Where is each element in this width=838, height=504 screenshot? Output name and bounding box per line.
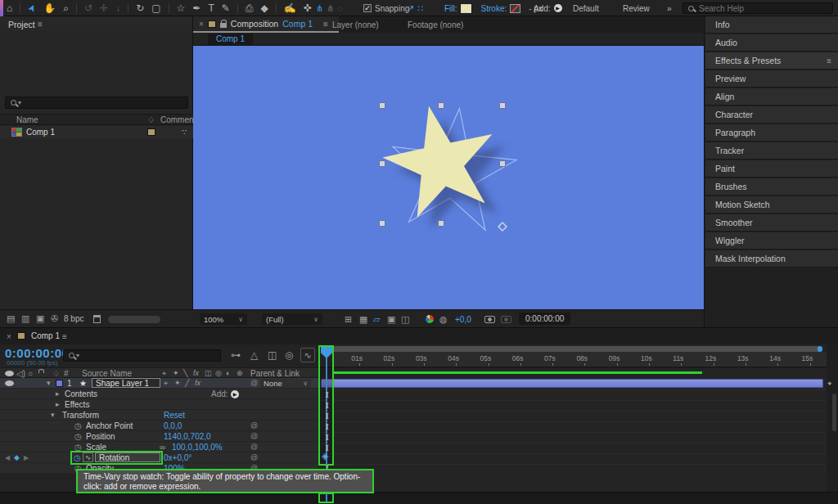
contents-group-row[interactable]: ▸ Contents Add: ▶ <box>0 389 318 399</box>
label-column-icon[interactable]: ♢ <box>147 115 155 124</box>
layer-duration-bar[interactable] <box>321 379 823 388</box>
panel-effects-presets[interactable]: Effects & Presets≡ <box>705 52 838 70</box>
resolution-dropdown[interactable]: (Full) ∨ <box>262 313 322 325</box>
layer-row[interactable]: ▾ 1 ★ Shape Layer 1 ⌖ ✦ ╱ fx @ None ∨ <box>0 378 318 389</box>
anchor-point-stopwatch-icon[interactable]: ◷ <box>74 421 82 430</box>
layer-collapse-switch[interactable]: ✦ <box>174 379 181 387</box>
quality-switch-icon[interactable]: ⌖ <box>162 369 166 378</box>
layer-fx-switch[interactable]: fx <box>195 379 200 387</box>
channels-icon[interactable] <box>426 315 434 323</box>
project-panel-menu-icon[interactable]: ≡ <box>38 20 43 29</box>
home-icon[interactable]: ⌂ <box>7 0 12 16</box>
subtab-comp1[interactable]: Comp 1 <box>208 34 253 45</box>
show-snapshot-icon[interactable] <box>501 316 511 323</box>
keyframe-toggle-icon[interactable]: ◆ <box>14 453 20 461</box>
position-value[interactable]: 1140,0,702,0 <box>164 432 211 441</box>
label-column-icon[interactable]: ♢ <box>52 369 60 378</box>
panel-paragraph[interactable]: Paragraph <box>705 124 838 142</box>
motion-blur-icon[interactable]: ◎ <box>285 349 293 361</box>
selection-tool-icon[interactable]: ➤ <box>23 1 41 16</box>
search-help-box[interactable] <box>683 2 833 14</box>
snapshot-camera-icon[interactable] <box>484 316 495 323</box>
tab-footage[interactable]: Footage (none) <box>408 20 463 29</box>
panel-mask-interpolation[interactable]: Mask Interpolation <box>705 250 838 268</box>
column-comment[interactable]: Comment <box>160 115 196 124</box>
audio-column-icon[interactable]: ◁) <box>16 369 25 378</box>
panel-audio[interactable]: Audio <box>705 34 838 52</box>
lock-icon[interactable] <box>220 23 227 28</box>
tab-layer[interactable]: Layer (none) <box>332 20 379 29</box>
timeline-tab-label[interactable]: Comp 1 <box>31 331 60 340</box>
project-columns-header[interactable]: Name ♢ Comment <box>0 114 193 125</box>
timeline-vertical-scrollbar[interactable] <box>832 394 836 431</box>
region-of-interest-icon[interactable]: ▱ <box>373 314 380 325</box>
pen-tool-icon[interactable]: ✒ <box>192 0 200 16</box>
search-help-input[interactable] <box>699 4 827 13</box>
collapse-switch-icon[interactable]: ✦ <box>173 369 179 377</box>
new-composition-icon[interactable]: ▣ <box>36 313 44 324</box>
effects-group-row[interactable]: ▸ Effects <box>0 399 318 410</box>
delete-icon[interactable] <box>93 315 101 323</box>
panel-motion-sketch[interactable]: Motion Sketch <box>705 196 838 214</box>
footer-slider[interactable] <box>108 316 160 323</box>
panel-character[interactable]: Character <box>705 106 838 124</box>
snap-point-icon[interactable]: ↗ <box>407 3 414 14</box>
new-folder-icon[interactable]: ▥ <box>21 313 29 324</box>
position-stopwatch-icon[interactable]: ◷ <box>74 432 82 441</box>
frame-blending-icon[interactable]: ◫ <box>268 349 277 361</box>
scale-value[interactable]: 100,0,100,0% <box>172 443 223 452</box>
exposure-value[interactable]: +0,0 <box>455 315 471 324</box>
magnification-dropdown[interactable]: 100% ∨ <box>200 313 247 325</box>
project-item-comp1[interactable]: Comp 1 ∵ <box>0 126 193 138</box>
threed-switch-icon[interactable]: ⊛ <box>237 369 243 377</box>
transform-group-row[interactable]: ▾ Transform Reset <box>0 410 318 421</box>
hand-tool-icon[interactable]: ✋ <box>43 0 56 16</box>
composition-canvas[interactable] <box>193 46 704 309</box>
layer-quality-slash[interactable]: ╱ <box>185 379 189 387</box>
frame-blend-switch-icon[interactable]: ◫ <box>205 369 212 377</box>
panel-wiggler[interactable]: Wiggler <box>705 232 838 250</box>
adjustment-switch-icon[interactable]: ◐ <box>226 369 230 377</box>
tab-close-icon[interactable]: × <box>199 20 204 29</box>
layer-name-field[interactable]: Shape Layer 1 <box>92 378 160 388</box>
camera-tool-icon[interactable]: ▢ <box>151 0 160 16</box>
axis-mode-alt-icon[interactable]: ⋔ <box>327 3 334 14</box>
type-tool-icon[interactable]: T <box>208 0 214 16</box>
eraser-tool-icon[interactable]: ◆ <box>260 0 268 16</box>
dolly-camera-tool-icon[interactable]: ↓ <box>115 0 120 16</box>
fill-swatch[interactable] <box>461 4 471 13</box>
rotation-value[interactable]: 0x+0,0° <box>164 453 191 462</box>
solo-column-icon[interactable]: ○ <box>28 369 33 378</box>
tab-composition[interactable]: × Composition Comp 1 ≡ <box>193 16 339 33</box>
add-shape-menu-icon[interactable]: ▶ <box>231 390 239 398</box>
zoom-tool-icon[interactable]: ⌕ <box>63 0 69 16</box>
workspace-default[interactable]: Default <box>573 0 599 16</box>
panel-smoother[interactable]: Smoother <box>705 214 838 232</box>
fx-switch-icon[interactable]: fx <box>193 369 199 377</box>
bit-depth-button[interactable]: 8 bpc <box>64 314 83 323</box>
stroke-swatch[interactable] <box>510 4 520 13</box>
interpret-footage-icon[interactable]: ▤ <box>7 313 15 324</box>
motion-blur-switch-icon[interactable]: ◎ <box>215 369 222 377</box>
project-settings-icon[interactable]: ✇ <box>51 313 58 324</box>
label-color-swatch[interactable] <box>147 128 155 136</box>
workspace-review[interactable]: Review <box>623 0 650 16</box>
viewer-menu-icon[interactable]: ≡ <box>323 20 328 29</box>
graph-editor-icon[interactable]: ∿ <box>300 348 315 362</box>
fast-previews-icon[interactable]: ◍ <box>439 314 448 325</box>
panel-info[interactable]: Info <box>705 16 838 34</box>
layer-color-swatch[interactable] <box>56 380 63 387</box>
transform-expand-icon[interactable]: ▾ <box>51 411 55 419</box>
panel-tracker[interactable]: Tracker <box>705 142 838 160</box>
draft-3d-icon[interactable]: △ <box>250 349 258 361</box>
column-name[interactable]: Name <box>16 115 38 124</box>
ruler-band[interactable]: 01s02s03s04s05s06s07s08s09s10s11s12s13s1… <box>319 352 827 367</box>
add-menu-icon[interactable]: ▶ <box>554 4 562 12</box>
previous-keyframe-icon[interactable]: ◀ <box>5 454 10 461</box>
puppet-pin-tool-icon[interactable]: ✜ <box>304 0 312 16</box>
parent-link-column-header[interactable]: Parent & Link <box>250 369 300 378</box>
brush-tool-icon[interactable]: ✎ <box>222 0 230 16</box>
index-column-header[interactable]: # <box>64 369 69 378</box>
timeline-search-box[interactable]: ▾ <box>63 349 221 362</box>
timeline-menu-icon[interactable]: ≡ <box>62 332 67 341</box>
